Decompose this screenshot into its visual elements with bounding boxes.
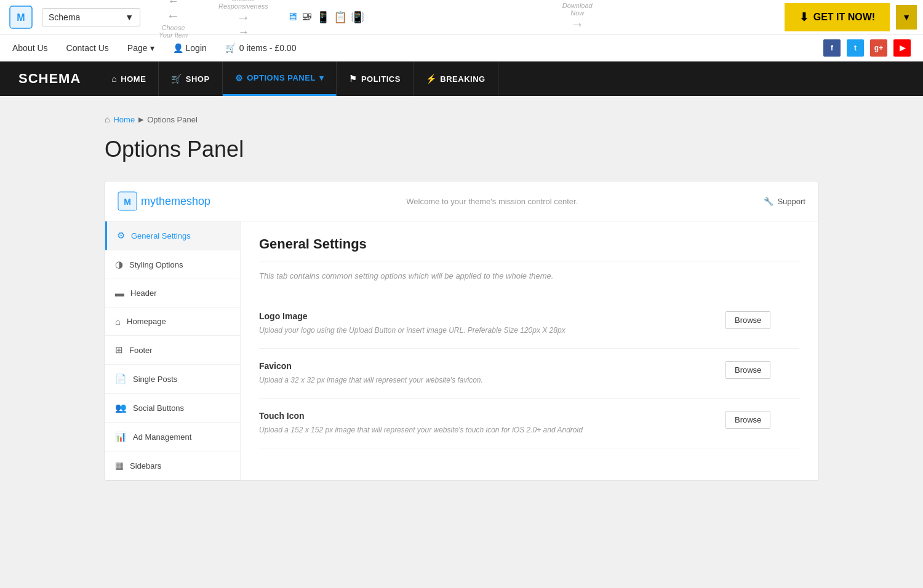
breaking-nav-icon: ⚡ (426, 74, 437, 84)
single-posts-icon: 📄 (115, 373, 127, 384)
login-link[interactable]: Login (186, 43, 207, 53)
options-panel-box: M mythemeshop Welcome to your theme's mi… (105, 181, 818, 481)
section-description: This tab contains common setting options… (259, 271, 799, 280)
general-settings-icon: ⚙ (117, 230, 125, 241)
choose-item-label: ChooseYour Item (159, 24, 188, 39)
nav-home[interactable]: ⌂ HOME (99, 62, 159, 96)
google-plus-icon[interactable]: g+ (870, 39, 887, 57)
mts-logo-icon: M (118, 191, 137, 211)
setting-logo-name: Logo Image (259, 311, 707, 321)
desktop-icon[interactable]: 🖥 (287, 10, 298, 23)
sidebar-styling-options-label: Styling Options (129, 260, 183, 269)
page-title: Options Panel (105, 137, 818, 162)
breadcrumb-current: Options Panel (147, 115, 198, 124)
site-logo: M (6, 2, 36, 32)
mobile-icon[interactable]: 📳 (351, 10, 364, 24)
mts-logo: M mythemeshop (118, 191, 210, 211)
schema-dropdown[interactable]: Schema ▼ (42, 8, 140, 26)
about-us-link[interactable]: About Us (12, 43, 48, 53)
nav-options-panel[interactable]: ⚙ OPTIONS PANEL ▾ (223, 62, 337, 96)
user-icon: 👤 (173, 43, 183, 53)
setting-row-logo: Logo Image Upload your logo using the Up… (259, 299, 799, 349)
download-label: DownloadNow (562, 2, 593, 17)
right-arrow-icon: → (236, 10, 250, 26)
facebook-icon[interactable]: f (823, 39, 841, 57)
breadcrumb-home-link[interactable]: Home (113, 115, 135, 124)
get-it-now-dropdown[interactable]: ▼ (896, 5, 917, 30)
sidebar-homepage-label: Homepage (127, 317, 166, 326)
setting-logo-control: Browse (725, 311, 799, 329)
sidebar-item-single-posts[interactable]: 📄 Single Posts (105, 365, 240, 394)
choose-item-area: ← ChooseYour Item (146, 0, 200, 39)
sidebar-header-label: Header (130, 288, 157, 298)
dropdown-arrow-icon: ▼ (125, 12, 134, 22)
nav-options-label: OPTIONS PANEL (247, 73, 316, 82)
download-area: DownloadNow → (377, 2, 778, 33)
setting-favicon-control: Browse (725, 361, 799, 379)
nav-shop-label: SHOP (186, 74, 210, 84)
schema-label: Schema (49, 12, 80, 22)
cart-area[interactable]: 🛒 0 items - £0.00 (225, 43, 297, 53)
home-nav-icon: ⌂ (111, 74, 117, 84)
svg-text:M: M (124, 197, 131, 207)
mts-theme: theme (156, 195, 186, 207)
mts-logo-text: mythemeshop (141, 195, 210, 208)
tablet2-icon[interactable]: 📋 (334, 10, 347, 24)
sidebar-item-ad-management[interactable]: 📊 Ad Management (105, 423, 240, 451)
cart-icon: 🛒 (225, 43, 236, 53)
nav-politics-label: POLITICS (361, 74, 401, 84)
sidebar-item-homepage[interactable]: ⌂ Homepage (105, 308, 240, 336)
support-button[interactable]: 🔧 Support (764, 197, 805, 206)
politics-nav-icon: ⚑ (349, 74, 358, 84)
monitor-icon[interactable]: 🖳 (302, 10, 313, 23)
contact-us-link[interactable]: Contact Us (66, 43, 109, 53)
youtube-icon[interactable]: ▶ (893, 39, 911, 57)
top-bar-middle: ← ChooseYour Item ChooseResponsiveness →… (146, 0, 778, 39)
mts-my: my (141, 195, 156, 207)
breadcrumb: ⌂ Home ▶ Options Panel (105, 114, 818, 124)
logo-browse-button[interactable]: Browse (725, 311, 770, 329)
shop-nav-icon: 🛒 (171, 74, 182, 84)
nav-breaking[interactable]: ⚡ BREAKING (414, 62, 498, 96)
sidebar-item-footer[interactable]: ⊞ Footer (105, 336, 240, 365)
sidebar-item-general-settings[interactable]: ⚙ General Settings (105, 221, 240, 250)
sidebar-item-styling-options[interactable]: ◑ Styling Options (105, 250, 240, 279)
sidebar-item-header[interactable]: ▬ Header (105, 279, 240, 308)
ad-management-icon: 📊 (115, 431, 127, 442)
header-icon: ▬ (115, 288, 124, 298)
support-icon: 🔧 (764, 197, 773, 206)
sidebar-general-settings-label: General Settings (131, 231, 191, 240)
get-it-now-button[interactable]: ⬇ GET IT NOW! (785, 3, 890, 31)
get-it-now-label: GET IT NOW! (813, 12, 875, 23)
styling-options-icon: ◑ (115, 259, 123, 270)
section-title: General Settings (259, 236, 799, 261)
options-nav-icon: ⚙ (235, 73, 244, 83)
touch-icon-browse-button[interactable]: Browse (725, 411, 770, 429)
options-panel-header: M mythemeshop Welcome to your theme's mi… (105, 181, 818, 221)
setting-favicon-name: Favicon (259, 361, 707, 371)
setting-touch-icon-name: Touch Icon (259, 411, 707, 421)
setting-touch-icon-desc: Upload a 152 x 152 px image that will re… (259, 424, 707, 435)
sidebar-sidebars-label: Sidebars (130, 461, 161, 471)
homepage-icon: ⌂ (115, 316, 121, 327)
setting-row-touch-icon: Touch Icon Upload a 152 x 152 px image t… (259, 399, 799, 448)
nav-politics[interactable]: ⚑ POLITICS (337, 62, 413, 96)
responsive-icons: 🖥 🖳 📱 📋 📳 (287, 10, 364, 24)
favicon-browse-button[interactable]: Browse (725, 361, 770, 379)
page-link[interactable]: Page ▾ (127, 43, 154, 53)
tablet-icon[interactable]: 📱 (316, 10, 330, 24)
social-icons-group: f t g+ ▶ (823, 39, 911, 57)
twitter-icon[interactable]: t (847, 39, 864, 57)
sidebar-item-sidebars[interactable]: ▦ Sidebars (105, 451, 240, 480)
setting-favicon-desc: Upload a 32 x 32 px image that will repr… (259, 375, 707, 386)
setting-row-favicon: Favicon Upload a 32 x 32 px image that w… (259, 349, 799, 399)
sidebar-footer-label: Footer (129, 346, 153, 355)
sidebar-single-posts-label: Single Posts (133, 375, 177, 384)
mts-shop: shop (186, 195, 210, 207)
sidebar-item-social-buttons[interactable]: 👥 Social Buttons (105, 394, 240, 423)
nav-links: ⌂ HOME 🛒 SHOP ⚙ OPTIONS PANEL ▾ ⚑ POLITI… (99, 62, 498, 96)
site-title: SCHEMA (0, 71, 99, 87)
nav-shop[interactable]: 🛒 SHOP (159, 62, 222, 96)
social-buttons-icon: 👥 (115, 402, 127, 413)
setting-touch-icon-info: Touch Icon Upload a 152 x 152 px image t… (259, 411, 707, 435)
